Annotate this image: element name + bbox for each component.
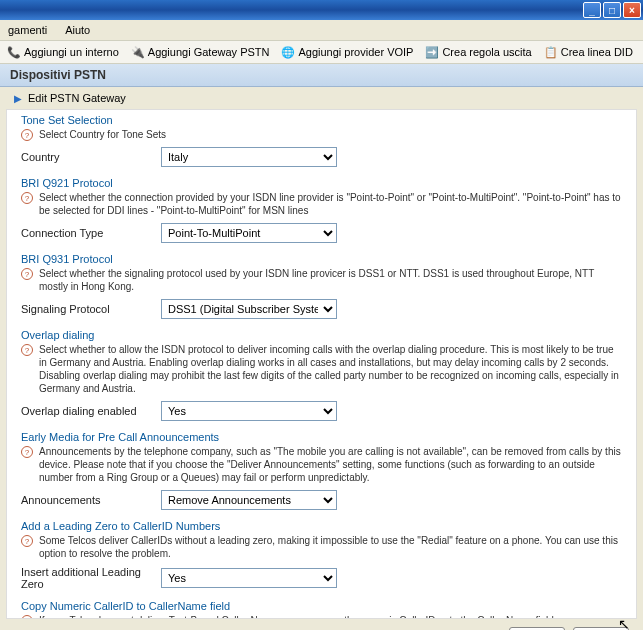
tool-label: Aggiungi un interno <box>24 46 119 58</box>
window-titlebar: _ □ × <box>0 0 643 20</box>
leading-zero-select[interactable]: Yes <box>161 568 337 588</box>
section-desc: Select whether the connection provided b… <box>39 191 622 217</box>
section-toneset: Tone Set Selection ? Select Country for … <box>21 114 622 167</box>
menu-aiuto[interactable]: Aiuto <box>61 22 94 38</box>
tool-create-outbound-rule[interactable]: ➡️ Crea regola uscita <box>422 44 534 60</box>
page-title: Dispositivi PSTN <box>0 64 643 87</box>
connection-type-label: Connection Type <box>21 227 161 239</box>
help-icon[interactable]: ? <box>21 446 33 458</box>
toolbar: 📞 Aggiungi un interno 🔌 Aggiungi Gateway… <box>0 40 643 64</box>
section-copycallerid: Copy Numeric CallerID to CallerName fiel… <box>21 600 622 619</box>
section-desc: Select Country for Tone Sets <box>39 128 166 141</box>
menu-gamenti[interactable]: gamenti <box>4 22 51 38</box>
gateway-icon: 🔌 <box>131 45 145 59</box>
tool-add-extension[interactable]: 📞 Aggiungi un interno <box>4 44 122 60</box>
section-overlap: Overlap dialing ? Select whether to allo… <box>21 329 622 421</box>
extension-icon: 📞 <box>7 45 21 59</box>
leading-zero-label: Insert additional Leading Zero <box>21 566 161 590</box>
help-icon[interactable]: ? <box>21 129 33 141</box>
section-title: BRI Q931 Protocol <box>21 253 622 265</box>
section-desc: Some Telcos deliver CallerIDs without a … <box>39 534 622 560</box>
overlap-enabled-label: Overlap dialing enabled <box>21 405 161 417</box>
tool-label: Aggiungi provider VOIP <box>298 46 413 58</box>
did-icon: 📋 <box>544 45 558 59</box>
voip-icon: 🌐 <box>281 45 295 59</box>
section-earlymedia: Early Media for Pre Call Announcements ?… <box>21 431 622 510</box>
country-select[interactable]: Italy <box>161 147 337 167</box>
tool-add-voip-provider[interactable]: 🌐 Aggiungi provider VOIP <box>278 44 416 60</box>
footer: < Back Next > <box>0 619 643 630</box>
section-title: Copy Numeric CallerID to CallerName fiel… <box>21 600 622 612</box>
maximize-button[interactable]: □ <box>603 2 621 18</box>
tool-label: Aggiungi Gateway PSTN <box>148 46 270 58</box>
section-title: Early Media for Pre Call Announcements <box>21 431 622 443</box>
close-button[interactable]: × <box>623 2 641 18</box>
signaling-protocol-select[interactable]: DSS1 (Digital Subscriber System No. 1) <box>161 299 337 319</box>
section-title: Tone Set Selection <box>21 114 622 126</box>
arrow-icon: ▶ <box>14 93 22 104</box>
signaling-protocol-label: Signaling Protocol <box>21 303 161 315</box>
tool-label: Crea linea DID <box>561 46 633 58</box>
section-desc: Select whether the signaling protocol us… <box>39 267 622 293</box>
menubar: gamenti Aiuto <box>0 20 643 40</box>
help-icon[interactable]: ? <box>21 192 33 204</box>
section-q931: BRI Q931 Protocol ? Select whether the s… <box>21 253 622 319</box>
help-icon[interactable]: ? <box>21 268 33 280</box>
help-icon[interactable]: ? <box>21 344 33 356</box>
breadcrumb-label: Edit PSTN Gateway <box>28 92 126 104</box>
section-title: Add a Leading Zero to CallerID Numbers <box>21 520 622 532</box>
connection-type-select[interactable]: Point-To-MultiPoint <box>161 223 337 243</box>
section-title: Overlap dialing <box>21 329 622 341</box>
announcements-select[interactable]: Remove Announcements <box>161 490 337 510</box>
section-q921: BRI Q921 Protocol ? Select whether the c… <box>21 177 622 243</box>
rule-icon: ➡️ <box>425 45 439 59</box>
section-title: BRI Q921 Protocol <box>21 177 622 189</box>
help-icon[interactable]: ? <box>21 535 33 547</box>
country-label: Country <box>21 151 161 163</box>
section-desc: Select whether to allow the ISDN protoco… <box>39 343 622 395</box>
tool-create-did-line[interactable]: 📋 Crea linea DID <box>541 44 636 60</box>
content-panel: Tone Set Selection ? Select Country for … <box>6 109 637 619</box>
announcements-label: Announcements <box>21 494 161 506</box>
minimize-button[interactable]: _ <box>583 2 601 18</box>
breadcrumb: ▶ Edit PSTN Gateway <box>0 87 643 109</box>
overlap-enabled-select[interactable]: Yes <box>161 401 337 421</box>
section-leadingzero: Add a Leading Zero to CallerID Numbers ?… <box>21 520 622 590</box>
section-desc: Announcements by the telephone company, … <box>39 445 622 484</box>
tool-add-pstn-gateway[interactable]: 🔌 Aggiungi Gateway PSTN <box>128 44 273 60</box>
tool-label: Crea regola uscita <box>442 46 531 58</box>
